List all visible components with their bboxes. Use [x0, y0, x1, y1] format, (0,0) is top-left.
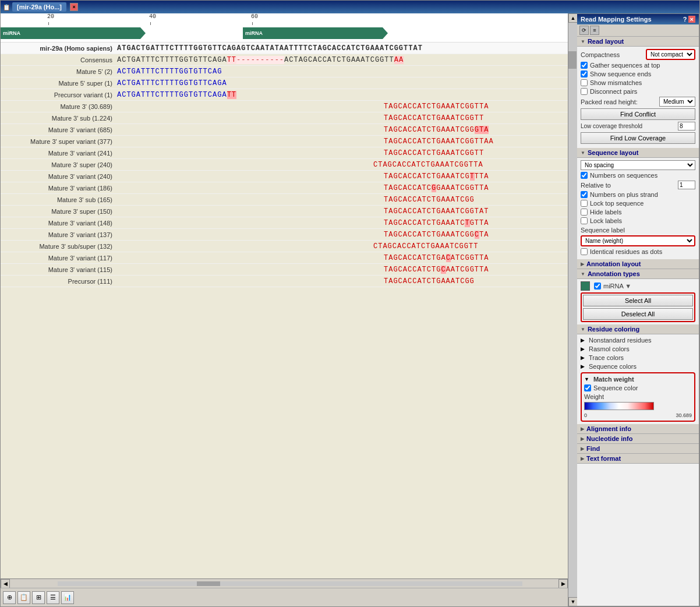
- compactness-select[interactable]: Not compact: [646, 49, 695, 60]
- sequence-layout-section-content: No spacing Numbers on sequences Relative…: [577, 158, 699, 259]
- tab-item[interactable]: [mir-29a (Ho...]: [12, 2, 66, 12]
- scroll-thumb-v[interactable]: [568, 51, 577, 69]
- weight-gradient-row: Weight: [584, 393, 692, 400]
- packed-read-height-row: Packed read height: Medium: [581, 97, 695, 107]
- low-coverage-threshold-input[interactable]: [678, 122, 695, 130]
- weight-gradient: [584, 402, 654, 410]
- tool-btn-4[interactable]: ☰: [47, 591, 59, 604]
- nonstandard-residues-label[interactable]: Nonstandard residues: [589, 337, 695, 344]
- trace-colors-label[interactable]: Trace colors: [589, 354, 695, 361]
- ruler-tick-60: 60: [251, 13, 258, 20]
- read-layout-section-header[interactable]: Read layout: [577, 37, 699, 47]
- vertical-scrollbar[interactable]: ▲ ▼: [568, 13, 577, 606]
- miRNA-color-swatch: [581, 281, 590, 291]
- scroll-track-h[interactable]: [58, 581, 522, 586]
- settings-title-bar: Read Mapping Settings ? ×: [577, 14, 699, 24]
- seq-mature3-variant-186: TAGCACCATCGGAAATCGGTTA: [384, 183, 489, 193]
- tool-btn-2[interactable]: 📋: [17, 591, 30, 604]
- rasmol-colors-label[interactable]: Rasmol colors: [589, 345, 695, 352]
- main-content: 20 40 60 miRNA miRNA: [1, 13, 699, 606]
- text-format-section-header[interactable]: Text format: [577, 454, 699, 464]
- sequence-color-row: Sequence color: [584, 384, 692, 391]
- sequence-label-select[interactable]: Name (weight): [581, 235, 695, 246]
- gather-sequences-checkbox[interactable]: [581, 62, 588, 69]
- seq-row-mature3-super-240: Mature 3' super (240) CTAGCACCATCTGAAATC…: [1, 159, 568, 171]
- lock-top-sequence-label: Lock top sequence: [590, 200, 695, 207]
- spacing-select[interactable]: No spacing: [581, 160, 695, 170]
- numbers-on-sequences-checkbox[interactable]: [581, 172, 588, 179]
- find-low-coverage-button[interactable]: Find Low Coverage: [581, 132, 695, 144]
- deselect-all-button[interactable]: Deselect All: [583, 308, 693, 320]
- lock-top-sequence-checkbox[interactable]: [581, 200, 588, 207]
- seq-precursor-111: TAGCACCATCTGAAATCGG: [384, 277, 475, 286]
- consensus-label: Consensus: [1, 57, 117, 63]
- seq-mature3-variant-117: TAGCACCATCTGACATCGGTTA: [384, 253, 489, 263]
- show-sequence-ends-checkbox[interactable]: [581, 70, 588, 77]
- scroll-left-btn[interactable]: ◀: [1, 579, 10, 588]
- find-conflict-button[interactable]: Find Conflict: [581, 108, 695, 120]
- miRNA-checkbox[interactable]: [594, 283, 601, 290]
- label-mature3-sub-1224: Mature 3' sub (1.224): [1, 115, 117, 122]
- settings-close-btn[interactable]: ×: [688, 16, 695, 23]
- scroll-left-area[interactable]: [10, 579, 56, 588]
- alignment-info-section-header[interactable]: Alignment info: [577, 424, 699, 434]
- scroll-up-btn[interactable]: ▲: [568, 13, 577, 23]
- residue-coloring-section-header[interactable]: Residue coloring: [577, 324, 699, 334]
- packed-read-height-select[interactable]: Medium: [659, 97, 695, 107]
- seq-row-mature3-variant-115: Mature 3' variant (115) TAGCACCATCTGCAAT…: [1, 264, 568, 276]
- lock-labels-checkbox[interactable]: [581, 217, 588, 224]
- horizontal-scrollbar[interactable]: ◀ ▶: [1, 578, 568, 588]
- lock-labels-label: Lock labels: [590, 217, 695, 224]
- match-weight-label: Match weight: [593, 376, 692, 383]
- lock-labels-row: Lock labels: [581, 217, 695, 224]
- nonstandard-residues-row: ▶ Nonstandard residues: [581, 337, 695, 344]
- settings-tool-2[interactable]: ≡: [590, 26, 599, 35]
- compactness-label: Compactness: [581, 51, 644, 58]
- reference-sequence-row: mir-29a (Homo sapiens) ATGACTGATTTCTTTTG…: [1, 43, 568, 54]
- find-section-header[interactable]: Find: [577, 444, 699, 454]
- show-sequence-ends-row: Show sequence ends: [581, 70, 695, 77]
- label-mature3-variant-186: Mature 3' variant (186): [1, 185, 117, 192]
- settings-help-btn[interactable]: ?: [683, 16, 687, 23]
- seq-row-mature3-30: Mature 3' (30.689) TAGCACCATCTGAAATCGGTT…: [1, 101, 568, 112]
- sequence-colors-label[interactable]: Sequence colors: [589, 363, 695, 370]
- show-mismatches-checkbox[interactable]: [581, 79, 588, 86]
- numbers-plus-strand-checkbox[interactable]: [581, 191, 588, 198]
- gather-sequences-row: Gather sequences at top: [581, 62, 695, 69]
- settings-tool-1[interactable]: ⟳: [579, 26, 589, 35]
- weight-label: Weight: [584, 393, 692, 400]
- sequence-scroll-area[interactable]: mir-29a (Homo sapiens) ATGACTGATTTCTTTTG…: [1, 43, 568, 578]
- scroll-track-v[interactable]: [568, 23, 577, 597]
- sequence-color-checkbox[interactable]: [584, 384, 591, 391]
- select-all-button[interactable]: Select All: [583, 295, 693, 306]
- scroll-right-btn[interactable]: ▶: [558, 579, 568, 588]
- reference-label: mir-29a (Homo sapiens): [1, 45, 117, 52]
- tool-btn-5[interactable]: 📊: [61, 591, 74, 604]
- low-coverage-threshold-label: Low coverage threshold: [581, 123, 676, 129]
- tab-close-btn[interactable]: ×: [70, 3, 78, 11]
- relative-to-input[interactable]: [678, 181, 695, 189]
- seq-mature3-variant-241: TAGCACCATCTGAAATCGGTT: [384, 149, 484, 158]
- label-mature3-variant-240: Mature 3' variant (240): [1, 173, 117, 180]
- disconnect-pairs-checkbox[interactable]: [581, 88, 588, 95]
- numbers-plus-strand-row: Numbers on plus strand: [581, 191, 695, 198]
- scroll-thumb-h[interactable]: [197, 581, 220, 586]
- mirna-arrow-1: miRNA: [1, 27, 140, 39]
- miRNA-row: miRNA ▼: [581, 281, 695, 291]
- seq-row-mature3-variant-240: Mature 3' variant (240) TAGCACCATCTGAAAT…: [1, 171, 568, 182]
- tool-btn-1[interactable]: ⊕: [3, 591, 16, 604]
- scroll-down-btn[interactable]: ▼: [568, 597, 577, 606]
- sequence-label-row: Sequence label: [581, 227, 695, 234]
- nucleotide-info-section-header[interactable]: Nucleotide info: [577, 434, 699, 444]
- scroll-right-area[interactable]: [524, 579, 558, 588]
- label-mature3-variant-137: Mature 3' variant (137): [1, 231, 117, 238]
- sequence-layout-section-header[interactable]: Sequence layout: [577, 148, 699, 158]
- hide-labels-checkbox[interactable]: [581, 209, 588, 216]
- show-sequence-ends-label: Show sequence ends: [590, 70, 695, 77]
- annotation-types-section-header[interactable]: Annotation types: [577, 269, 699, 279]
- seq-row-mature3-variant-685: Mature 3' variant (685) TAGCACCATCTGAAAT…: [1, 124, 568, 136]
- tool-btn-3[interactable]: ⊞: [32, 591, 45, 604]
- sequence-label-label: Sequence label: [581, 227, 695, 234]
- annotation-layout-section-header[interactable]: Annotation layout: [577, 259, 699, 269]
- identical-residues-checkbox[interactable]: [581, 248, 588, 255]
